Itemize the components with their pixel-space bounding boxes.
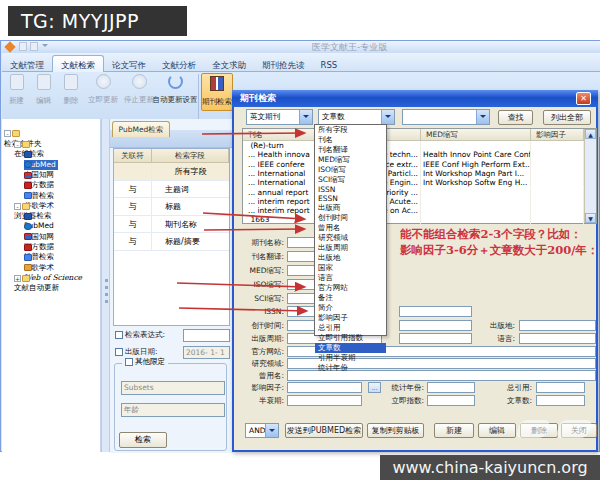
article_count-input[interactable]: [536, 395, 585, 406]
tree-expand-icon[interactable]: +: [14, 275, 21, 282]
dropdown-item-文章数[interactable]: 文章数: [315, 343, 386, 353]
column-header-name[interactable]: 刊名: [243, 129, 323, 141]
ribbon-journal-search-button[interactable]: 期刊检索: [201, 73, 233, 111]
sidebar-item-文献自动更新[interactable]: +文献自动更新: [14, 273, 59, 283]
half_life-input[interactable]: [287, 395, 362, 406]
table-row[interactable]: (Re)-turn: [243, 141, 584, 150]
close-icon[interactable]: ✕: [576, 92, 591, 105]
expression-checkbox[interactable]: [115, 331, 123, 339]
dropdown-item-研究领域[interactable]: 研究领域: [315, 233, 386, 243]
chevron-down-icon[interactable]: [265, 424, 278, 437]
dropdown-item-所有字段[interactable]: 所有字段: [315, 125, 386, 135]
search-field-row[interactable]: 与标题/摘要: [114, 233, 229, 251]
tree-expand-icon[interactable]: -: [14, 203, 21, 210]
dropdown-item-SCI缩写[interactable]: SCI缩写: [315, 175, 386, 185]
chevron-down-icon[interactable]: [476, 110, 489, 124]
sidebar-item-中国知网[interactable]: 中国知网: [24, 160, 54, 170]
dropdown-item-引用半衰期[interactable]: 引用半衰期: [315, 353, 386, 363]
ribbon-button-6[interactable]: 自动更新设置: [150, 74, 200, 110]
dropdown-item-出版地[interactable]: 出版地: [315, 253, 386, 263]
table-row[interactable]: ... Internationale Engin...Int Workshop …: [243, 178, 584, 187]
dropdown-item-备注[interactable]: 备注: [315, 293, 386, 303]
other-limits-checkbox[interactable]: [125, 358, 133, 366]
column-header-med[interactable]: MED缩写: [421, 129, 531, 141]
dialog-titlebar[interactable]: 期刊检索 ✕: [232, 90, 598, 107]
dropdown-item-出版商[interactable]: 出版商: [315, 203, 386, 213]
sidebar-item-维普检索[interactable]: 维普检索: [24, 242, 54, 252]
table-row[interactable]: ... annual reportpriority ...: [243, 188, 584, 197]
sidebar-item-检索文件夹[interactable]: -检索文件夹: [4, 129, 42, 139]
total_cites-input[interactable]: [536, 382, 585, 393]
search-value-combo[interactable]: [402, 109, 490, 125]
journal-type-combo[interactable]: 英文期刊: [246, 109, 313, 125]
search-field-row[interactable]: 与期刊名称: [114, 216, 229, 234]
table-row[interactable]: ... interim reporte on Ac...: [243, 206, 584, 215]
dropdown-item-刊名[interactable]: 刊名: [315, 135, 386, 145]
impact_factor-input[interactable]: [287, 382, 362, 393]
sidebar-item-谷歌学术[interactable]: 谷歌学术: [24, 253, 54, 263]
expression-input[interactable]: [183, 329, 230, 342]
sidebar-item-PubMed[interactable]: PubMed: [24, 150, 58, 160]
form-mid-input[interactable]: [399, 320, 472, 331]
table-row[interactable]: ... Health innovae techn...Health Innov …: [243, 150, 584, 159]
dropdown-item-简介[interactable]: 简介: [315, 303, 386, 313]
chevron-down-icon[interactable]: [381, 110, 394, 124]
table-row[interactable]: ... IEEE conferece extr...IEEE Conf High…: [243, 160, 584, 169]
search-button[interactable]: 检索: [119, 432, 167, 448]
sidebar-item-谷歌学术[interactable]: 谷歌学术: [24, 191, 54, 201]
sidebar-item-中国知网[interactable]: 中国知网: [24, 222, 54, 232]
column-header-field[interactable]: 检索字段: [152, 149, 229, 163]
language-input[interactable]: [519, 333, 596, 344]
dropdown-item-ISO缩写[interactable]: ISO缩写: [315, 165, 386, 175]
edit-button[interactable]: 编辑: [478, 423, 516, 438]
dropdown-item-ISSN[interactable]: ISSN: [315, 185, 386, 194]
browse-icon[interactable]: ...: [368, 382, 381, 393]
dropdown-item-总引用[interactable]: 总引用: [315, 323, 386, 333]
dropdown-item-官方网站[interactable]: 官方网站: [315, 283, 386, 293]
search-field-row[interactable]: 所有字段: [114, 163, 229, 181]
sidebar-item-在线检索[interactable]: -在线检索: [14, 139, 44, 149]
column-header-impact[interactable]: 影响因子: [531, 129, 584, 141]
immediacy-input[interactable]: [427, 395, 475, 406]
sidebar-item-Web of Science[interactable]: Web of Science: [24, 263, 82, 273]
find-button[interactable]: 查找: [498, 110, 533, 125]
boolean-operator-combo[interactable]: AND: [245, 423, 279, 438]
scroll-down-icon[interactable]: ▼: [585, 213, 596, 223]
dropdown-item-刊名翻译[interactable]: 刊名翻译: [315, 145, 386, 155]
tab-pubmed-search[interactable]: PubMed检索: [112, 121, 170, 137]
new-button[interactable]: 新建: [434, 423, 474, 438]
age-input[interactable]: 年龄: [121, 403, 225, 417]
scroll-up-icon[interactable]: ▲: [585, 129, 596, 139]
chevron-down-icon[interactable]: [299, 110, 312, 124]
stat_year-input[interactable]: [427, 382, 475, 393]
table-row[interactable]: ... Internationalc Particl...Int Worksho…: [243, 169, 584, 178]
tree-expand-icon[interactable]: -: [4, 130, 11, 137]
table-row[interactable]: ... interim reportAcute...: [243, 197, 584, 206]
column-header-operator[interactable]: 关联符: [114, 149, 152, 163]
tree-expand-icon[interactable]: -: [14, 141, 21, 148]
dropdown-item-统计年份[interactable]: 统计年份: [315, 363, 386, 373]
sidebar-item-PubMed[interactable]: PubMed: [24, 211, 54, 221]
dropdown-item-曾用名[interactable]: 曾用名: [315, 223, 386, 233]
list-all-button[interactable]: 列出全部: [543, 110, 591, 125]
dropdown-item-MED缩写[interactable]: MED缩写: [315, 155, 386, 165]
search-field-combo[interactable]: 文章数: [318, 109, 395, 125]
sidebar-item-维普检索[interactable]: 维普检索: [24, 181, 54, 191]
sidebar-item-浏览器检索[interactable]: -浏览器检索: [14, 201, 52, 211]
dropdown-item-ESSN[interactable]: ESSN: [315, 194, 386, 203]
table-row[interactable]: 1663: [243, 215, 584, 224]
pubdate-checkbox[interactable]: [115, 348, 123, 356]
subsets-input[interactable]: Subsets: [121, 381, 225, 395]
copy-to-clipboard-button[interactable]: 复制到剪贴板: [367, 423, 424, 438]
form-mid-input[interactable]: [399, 333, 472, 344]
search-field-row[interactable]: 与主题词: [114, 181, 229, 199]
pub_place-input[interactable]: [519, 320, 596, 331]
dropdown-item-影响因子[interactable]: 影响因子: [315, 313, 386, 323]
dropdown-item-国家[interactable]: 国家: [315, 263, 386, 273]
sidebar-item-万方数据[interactable]: 万方数据: [24, 170, 54, 180]
dropdown-item-立即引用指数[interactable]: 立即引用指数: [315, 333, 386, 343]
pubdate-input[interactable]: 2016- 1- 1: [183, 346, 230, 359]
sidebar-item-万方数据[interactable]: 万方数据: [24, 232, 54, 242]
ribbon-tab-2[interactable]: 文献检索: [52, 55, 104, 73]
form-mid-input[interactable]: [399, 306, 472, 317]
